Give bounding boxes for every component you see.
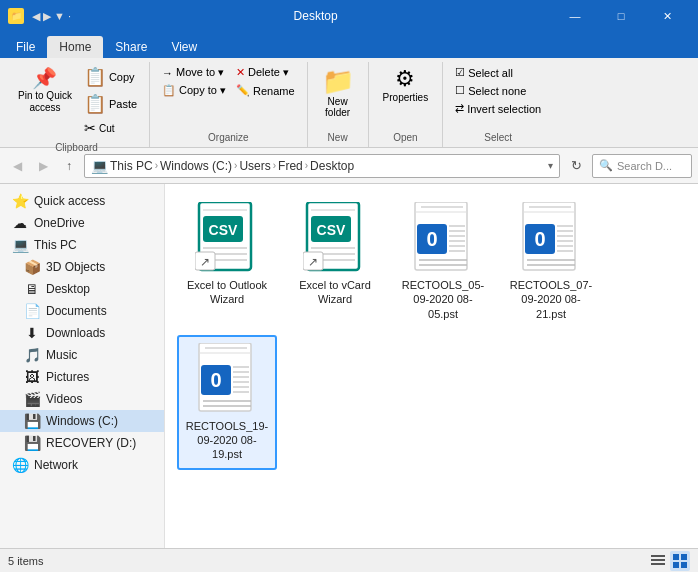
paste-button[interactable]: 📋 Paste bbox=[80, 91, 141, 117]
sidebar-item-quick-access[interactable]: ⭐ Quick access bbox=[0, 190, 164, 212]
organize-col2: ✕ Delete ▾ ✏️ Rename bbox=[232, 64, 299, 99]
sidebar-item-videos[interactable]: 🎬 Videos bbox=[0, 388, 164, 410]
clipboard-label: Clipboard bbox=[55, 138, 98, 155]
rename-icon: ✏️ bbox=[236, 84, 250, 97]
quick-access-icons: ◀ ▶ ▼ · bbox=[32, 10, 71, 23]
computer-icon: 💻 bbox=[91, 158, 108, 174]
copy-to-icon: 📋 bbox=[162, 84, 176, 97]
properties-button[interactable]: ⚙ Properties bbox=[377, 64, 435, 107]
select-none-button[interactable]: ☐ Select none bbox=[451, 82, 545, 99]
network-icon: 🌐 bbox=[12, 457, 28, 473]
open-label: Open bbox=[393, 128, 417, 145]
sep2: › bbox=[234, 160, 237, 171]
copy-to-button[interactable]: 📋 Copy to ▾ bbox=[158, 82, 230, 99]
sidebar-item-desktop[interactable]: 🖥 Desktop bbox=[0, 278, 164, 300]
breadcrumb-desktop: Desktop bbox=[310, 159, 354, 173]
maximize-button[interactable]: □ bbox=[598, 0, 644, 32]
ribbon-group-clipboard: 📌 Pin to Quickaccess 📋 Copy 📋 Paste ✂ Cu… bbox=[4, 62, 150, 147]
excel-outlook-icon: CSV ↗ bbox=[191, 202, 263, 274]
close-button[interactable]: ✕ bbox=[644, 0, 690, 32]
windows-c-label: Windows (C:) bbox=[46, 414, 118, 428]
tab-share[interactable]: Share bbox=[103, 36, 159, 58]
music-label: Music bbox=[46, 348, 77, 362]
excel-vcard-icon: CSV ↗ bbox=[299, 202, 371, 274]
svg-text:CSV: CSV bbox=[317, 222, 346, 238]
svg-rect-61 bbox=[681, 554, 687, 560]
select-all-icon: ☑ bbox=[455, 66, 465, 79]
svg-text:0: 0 bbox=[534, 228, 545, 250]
svg-rect-57 bbox=[651, 555, 665, 557]
file-item-rectools-0509[interactable]: 0 RECTOOLS_05-09-2020 08-05.pst bbox=[393, 196, 493, 327]
tab-view[interactable]: View bbox=[159, 36, 209, 58]
select-all-button[interactable]: ☑ Select all bbox=[451, 64, 545, 81]
breadcrumb-drive: Windows (C:) bbox=[160, 159, 232, 173]
sidebar-item-windows-c[interactable]: 💾 Windows (C:) bbox=[0, 410, 164, 432]
svg-rect-59 bbox=[651, 563, 665, 565]
sidebar-item-thispc[interactable]: 💻 This PC bbox=[0, 234, 164, 256]
chevron-down-icon: ▾ bbox=[548, 160, 553, 171]
file-item-rectools-1909[interactable]: 0 RECTOOLS_19-09-2020 08-19.pst bbox=[177, 335, 277, 470]
open-buttons: ⚙ Properties bbox=[377, 64, 435, 128]
sidebar-item-downloads[interactable]: ⬇ Downloads bbox=[0, 322, 164, 344]
desktop-icon: 🖥 bbox=[24, 281, 40, 297]
rectools-0509-name: RECTOOLS_05-09-2020 08-05.pst bbox=[399, 278, 487, 321]
search-box[interactable]: 🔍 Search D... bbox=[592, 154, 692, 178]
delete-button[interactable]: ✕ Delete ▾ bbox=[232, 64, 299, 81]
sidebar-item-onedrive[interactable]: ☁ OneDrive bbox=[0, 212, 164, 234]
downloads-icon: ⬇ bbox=[24, 325, 40, 341]
new-folder-button[interactable]: 📁 Newfolder bbox=[316, 64, 360, 122]
copy-button[interactable]: 📋 Copy bbox=[80, 64, 141, 90]
file-item-rectools-0709[interactable]: 0 RECTOOLS_07-09-2020 08-21.pst bbox=[501, 196, 601, 327]
rectools-1909-icon: 0 bbox=[191, 343, 263, 415]
desktop-label: Desktop bbox=[46, 282, 90, 296]
view-controls bbox=[648, 551, 690, 571]
sidebar-item-network[interactable]: 🌐 Network bbox=[0, 454, 164, 476]
up-button[interactable]: ↑ bbox=[58, 155, 80, 177]
ribbon-group-new: 📁 Newfolder New bbox=[308, 62, 369, 147]
file-item-excel-outlook[interactable]: CSV ↗ Excel to Outlook Wizard bbox=[177, 196, 277, 327]
pin-to-quick-access-button[interactable]: 📌 Pin to Quickaccess bbox=[12, 64, 78, 118]
organize-content: → Move to ▾ 📋 Copy to ▾ ✕ Delete ▾ ✏️ Re… bbox=[158, 64, 299, 128]
move-to-button[interactable]: → Move to ▾ bbox=[158, 64, 230, 81]
paste-icon: 📋 bbox=[84, 93, 106, 115]
drive-d-icon: 💾 bbox=[24, 435, 40, 451]
sidebar: ⭐ Quick access ☁ OneDrive 💻 This PC 📦 3D… bbox=[0, 184, 165, 548]
cut-button[interactable]: ✂ Cut bbox=[80, 118, 141, 138]
file-item-excel-vcard[interactable]: CSV ↗ Excel to vCard Wizard bbox=[285, 196, 385, 327]
breadcrumb[interactable]: 💻 This PC › Windows (C:) › Users › Fred … bbox=[84, 154, 560, 178]
downloads-label: Downloads bbox=[46, 326, 105, 340]
drive-c-icon: 💾 bbox=[24, 413, 40, 429]
sidebar-item-3d-objects[interactable]: 📦 3D Objects bbox=[0, 256, 164, 278]
3d-objects-label: 3D Objects bbox=[46, 260, 105, 274]
sep3: › bbox=[273, 160, 276, 171]
svg-rect-62 bbox=[673, 562, 679, 568]
forward-button[interactable]: ▶ bbox=[32, 155, 54, 177]
excel-outlook-name: Excel to Outlook Wizard bbox=[183, 278, 271, 307]
tab-file[interactable]: File bbox=[4, 36, 47, 58]
sidebar-item-documents[interactable]: 📄 Documents bbox=[0, 300, 164, 322]
move-icon: → bbox=[162, 67, 173, 79]
svg-rect-58 bbox=[651, 559, 665, 561]
details-view-button[interactable] bbox=[648, 551, 668, 571]
new-folder-icon: 📁 bbox=[322, 68, 354, 94]
minimize-button[interactable]: — bbox=[552, 0, 598, 32]
back-button[interactable]: ◀ bbox=[6, 155, 28, 177]
tab-home[interactable]: Home bbox=[47, 36, 103, 58]
properties-label: Properties bbox=[383, 92, 429, 103]
breadcrumb-thispc: This PC bbox=[110, 159, 153, 173]
ribbon-group-select: ☑ Select all ☐ Select none ⇄ Invert sele… bbox=[443, 62, 553, 147]
refresh-button[interactable]: ↻ bbox=[564, 154, 588, 178]
copy-paste-group: 📋 Copy 📋 Paste ✂ Cut bbox=[80, 64, 141, 138]
sidebar-item-music[interactable]: 🎵 Music bbox=[0, 344, 164, 366]
invert-selection-button[interactable]: ⇄ Invert selection bbox=[451, 100, 545, 117]
ribbon-group-open: ⚙ Properties Open bbox=[369, 62, 444, 147]
rename-button[interactable]: ✏️ Rename bbox=[232, 82, 299, 99]
sidebar-item-pictures[interactable]: 🖼 Pictures bbox=[0, 366, 164, 388]
large-icons-view-button[interactable] bbox=[670, 551, 690, 571]
svg-text:↗: ↗ bbox=[200, 255, 210, 269]
address-bar: ◀ ▶ ↑ 💻 This PC › Windows (C:) › Users ›… bbox=[0, 148, 698, 184]
window-title: Desktop bbox=[79, 9, 552, 23]
sidebar-item-recovery-d[interactable]: 💾 RECOVERY (D:) bbox=[0, 432, 164, 454]
svg-text:CSV: CSV bbox=[209, 222, 238, 238]
pst-svg-3: 0 bbox=[195, 343, 259, 415]
